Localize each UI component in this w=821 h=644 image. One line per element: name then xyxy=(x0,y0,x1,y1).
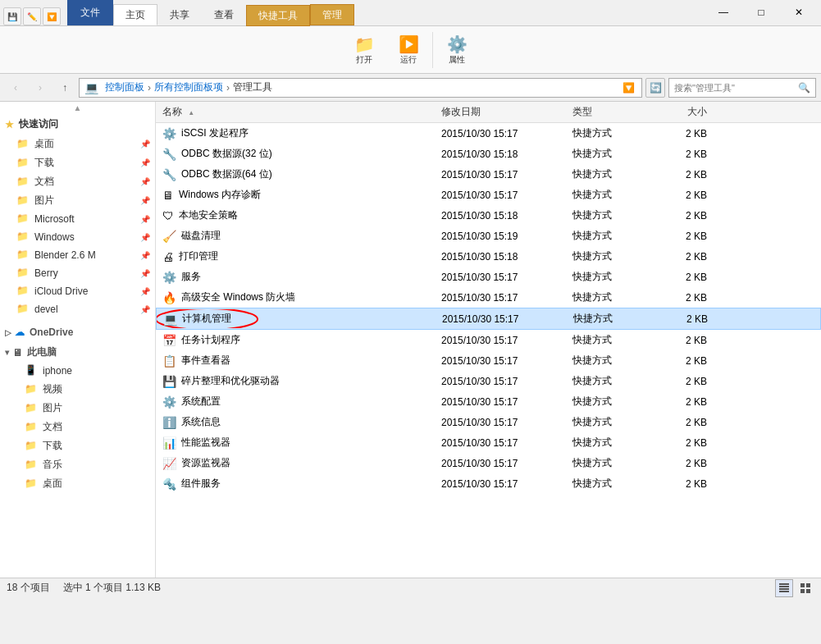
pin-icon: 📌 xyxy=(140,269,150,278)
sidebar-item-windows[interactable]: 📁 Windows 📌 xyxy=(0,228,155,246)
folder-icon: 📁 xyxy=(16,157,30,170)
file-size: 2 KB xyxy=(648,126,714,142)
sidebar-item-blender[interactable]: 📁 Blender 2.6 M 📌 xyxy=(0,246,155,264)
ribbon-btn-run[interactable]: ▶️ 运行 xyxy=(388,30,429,71)
file-date: 2015/10/30 15:18 xyxy=(435,146,566,162)
sidebar-item-pictures[interactable]: 📁 图片 📌 xyxy=(0,191,155,210)
sidebar-item-pictures2[interactable]: 📁 图片 xyxy=(0,399,155,418)
sidebar-item-docs[interactable]: 📁 文档 📌 xyxy=(0,172,155,191)
undo-icon[interactable]: ✏️ xyxy=(23,7,41,25)
table-row[interactable]: 📊 性能监视器 2015/10/30 15:17 快捷方式 2 KB xyxy=(156,432,821,453)
breadcrumb-part-1[interactable]: 控制面板 xyxy=(105,80,144,94)
table-row[interactable]: 🔧 ODBC 数据源(32 位) 2015/10/30 15:18 快捷方式 2… xyxy=(156,144,821,164)
file-type: 快捷方式 xyxy=(566,288,648,307)
customize-icon[interactable]: 🔽 xyxy=(43,7,61,25)
file-type: 快捷方式 xyxy=(566,267,648,286)
file-icon: 📈 xyxy=(162,457,176,470)
table-row[interactable]: ⚙️ iSCSI 发起程序 2015/10/30 15:17 快捷方式 2 KB xyxy=(156,123,821,144)
table-row[interactable]: ⚙️ 系统配置 2015/10/30 15:17 快捷方式 2 KB xyxy=(156,391,821,412)
file-name: 组件服务 xyxy=(181,477,221,491)
sidebar-item-microsoft[interactable]: 📁 Microsoft 📌 xyxy=(0,210,155,228)
file-icon: ⚙️ xyxy=(162,127,176,140)
tab-home[interactable]: 主页 xyxy=(113,4,157,25)
pin-icon: 📌 xyxy=(140,177,150,186)
tile-view-button[interactable] xyxy=(796,579,814,597)
quickaccess-header[interactable]: ★ 快速访问 xyxy=(0,114,155,135)
sidebar-section-onedrive[interactable]: ▷ ☁ OneDrive xyxy=(0,322,155,340)
table-row[interactable]: 🔩 组件服务 2015/10/30 15:17 快捷方式 2 KB xyxy=(156,473,821,494)
folder-icon: 📁 xyxy=(25,459,38,472)
table-row[interactable]: 🔧 ODBC 数据源(64 位) 2015/10/30 15:17 快捷方式 2… xyxy=(156,164,821,185)
maximize-button[interactable]: □ xyxy=(742,0,780,25)
table-row[interactable]: ⚙️ 服务 2015/10/30 15:17 快捷方式 2 KB xyxy=(156,267,821,287)
file-date: 2015/10/30 15:17 xyxy=(435,435,566,451)
sidebar-item-video[interactable]: 📁 视频 xyxy=(0,380,155,399)
search-input[interactable] xyxy=(674,83,795,93)
col-header-date[interactable]: 修改日期 xyxy=(435,102,566,122)
table-row-selected[interactable]: 💻 计算机管理 2015/10/30 15:17 快捷方式 2 KB xyxy=(156,308,821,330)
file-size: 2 KB xyxy=(648,228,714,244)
tab-manage[interactable]: 管理 xyxy=(310,4,354,25)
item-count: 18 个项目 xyxy=(7,581,50,595)
minimize-button[interactable]: — xyxy=(705,0,742,25)
address-dropdown[interactable]: 🔽 xyxy=(620,82,636,94)
table-row[interactable]: 🖥 Windows 内存诊断 2015/10/30 15:17 快捷方式 2 K… xyxy=(156,185,821,205)
table-row[interactable]: 📅 任务计划程序 2015/10/30 15:17 快捷方式 2 KB xyxy=(156,330,821,350)
table-row[interactable]: 🔥 高级安全 Windows 防火墙 2015/10/30 15:17 快捷方式… xyxy=(156,287,821,308)
refresh-button[interactable]: 🔄 xyxy=(645,78,665,98)
file-date: 2015/10/30 15:17 xyxy=(435,126,566,142)
tab-share[interactable]: 共享 xyxy=(157,4,202,25)
sidebar-item-label: iCloud Drive xyxy=(34,285,88,297)
sidebar-item-music[interactable]: 📁 音乐 xyxy=(0,455,155,474)
back-button[interactable]: ‹ xyxy=(5,78,26,98)
ribbon-btn-open[interactable]: 📁 打开 xyxy=(344,30,385,71)
detail-view-button[interactable] xyxy=(775,579,793,597)
sidebar-item-desktop[interactable]: 📁 桌面 📌 xyxy=(0,135,155,153)
col-header-name[interactable]: 名称 ▲ xyxy=(156,102,435,122)
ribbon-btn-prop[interactable]: ⚙️ 属性 xyxy=(436,30,477,71)
folder-icon: 📁 xyxy=(16,212,30,226)
search-icon[interactable]: 🔍 xyxy=(798,82,810,94)
sidebar-item-label: Berry xyxy=(34,267,58,279)
sidebar-item-desktop2[interactable]: 📁 桌面 xyxy=(0,474,155,493)
table-row[interactable]: ℹ️ 系统信息 2015/10/30 15:17 快捷方式 2 KB xyxy=(156,412,821,432)
search-box: 🔍 xyxy=(668,78,816,98)
col-header-size[interactable]: 大小 xyxy=(648,102,714,122)
file-type: 快捷方式 xyxy=(566,413,648,432)
tab-file[interactable]: 文件 xyxy=(67,0,113,25)
breadcrumb-part-2[interactable]: 所有控制面板项 xyxy=(154,80,223,94)
forward-button[interactable]: › xyxy=(30,78,51,98)
titlebar-quick-access[interactable]: 💾 ✏️ 🔽 xyxy=(3,7,61,25)
sidebar-item-downloads[interactable]: 📁 下载 📌 xyxy=(0,153,155,172)
tab-quicktools[interactable]: 快捷工具 xyxy=(246,5,310,26)
folder-icon: 📁 xyxy=(25,421,38,434)
table-row[interactable]: 🖨 打印管理 2015/10/30 15:18 快捷方式 2 KB xyxy=(156,246,821,267)
table-row[interactable]: 📈 资源监视器 2015/10/30 15:17 快捷方式 2 KB xyxy=(156,453,821,473)
table-row[interactable]: 💾 碎片整理和优化驱动器 2015/10/30 15:17 快捷方式 2 KB xyxy=(156,371,821,391)
sidebar-item-label: 桌面 xyxy=(43,477,62,491)
sidebar-item-label: Microsoft xyxy=(34,213,75,225)
table-row[interactable]: 📋 事件查看器 2015/10/30 15:17 快捷方式 2 KB xyxy=(156,350,821,371)
sidebar-item-icloud[interactable]: 📁 iCloud Drive 📌 xyxy=(0,282,155,300)
table-row[interactable]: 🛡 本地安全策略 2015/10/30 15:18 快捷方式 2 KB xyxy=(156,205,821,226)
sidebar-item-iphone[interactable]: 📱 iphone xyxy=(0,362,155,380)
sidebar-item-devel[interactable]: 📁 devel 📌 xyxy=(0,300,155,318)
file-size: 2 KB xyxy=(648,146,714,162)
file-icon: 📋 xyxy=(162,354,176,368)
sidebar-item-downloads2[interactable]: 📁 下载 xyxy=(0,436,155,455)
file-size: 2 KB xyxy=(648,455,714,472)
save-icon[interactable]: 💾 xyxy=(3,7,21,25)
sidebar-section-thispc[interactable]: ▾ 🖥 此电脑 xyxy=(0,340,155,362)
tab-view[interactable]: 查看 xyxy=(202,4,246,25)
file-name: 本地安全策略 xyxy=(179,208,238,222)
address-box[interactable]: 💻 控制面板 › 所有控制面板项 › 管理工具 🔽 xyxy=(79,78,642,98)
col-header-type[interactable]: 类型 xyxy=(566,102,648,122)
up-button[interactable]: ↑ xyxy=(54,78,75,98)
sidebar-item-docs2[interactable]: 📁 文档 xyxy=(0,418,155,436)
close-button[interactable]: ✕ xyxy=(780,0,818,25)
sidebar-item-berry[interactable]: 📁 Berry 📌 xyxy=(0,264,155,282)
file-name: iSCSI 发起程序 xyxy=(181,126,249,140)
file-size: 2 KB xyxy=(648,167,714,183)
folder-icon: 📁 xyxy=(25,383,38,396)
table-row[interactable]: 🧹 磁盘清理 2015/10/30 15:19 快捷方式 2 KB xyxy=(156,226,821,246)
